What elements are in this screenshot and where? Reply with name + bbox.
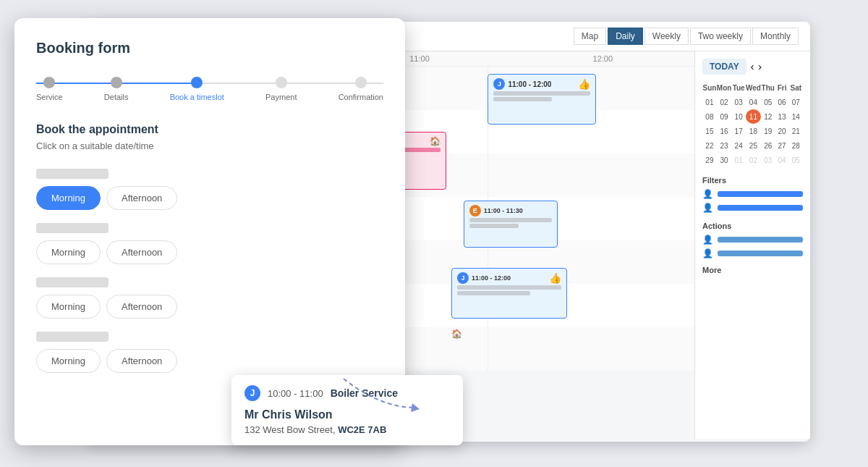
book-subheading: Click on a suitable date/time bbox=[36, 140, 383, 151]
date-row-1: Morning Afternoon bbox=[36, 169, 383, 210]
event-bar-5b bbox=[469, 224, 519, 228]
step-label-confirmation: Confirmation bbox=[339, 93, 383, 101]
event-card-6[interactable]: J 11:00 - 12:00 👍 bbox=[451, 268, 567, 319]
day-header-wed: Wed bbox=[746, 80, 761, 95]
event-avatar-6: J bbox=[457, 272, 469, 284]
day-header-thu: Thu bbox=[761, 80, 775, 95]
btn-group-4: Morning Afternoon bbox=[36, 349, 383, 373]
cal-day[interactable]: 29 bbox=[702, 153, 717, 167]
cal-day[interactable]: 27 bbox=[775, 138, 789, 153]
filters-label: Filters bbox=[702, 176, 803, 185]
cal-day[interactable]: 01 bbox=[702, 95, 717, 109]
afternoon-btn-4[interactable]: Afternoon bbox=[106, 349, 177, 373]
home-icon-row5: 🏠 bbox=[451, 329, 462, 339]
today-button[interactable]: TODAY bbox=[702, 59, 746, 75]
next-icon[interactable]: › bbox=[758, 61, 762, 72]
filter-row-1: 👤 bbox=[702, 189, 803, 199]
event-icon-2: 👍 bbox=[578, 78, 590, 90]
cal-day[interactable]: 10 bbox=[731, 109, 746, 124]
cal-day[interactable]: 03 bbox=[761, 153, 775, 167]
cal-day[interactable]: 28 bbox=[789, 138, 803, 153]
step-service: Service bbox=[36, 77, 63, 101]
tab-monthly[interactable]: Monthly bbox=[752, 28, 799, 45]
tooltip-address-line1: 132 West Bow Street, bbox=[244, 424, 336, 435]
progress-bar: Service Details Book a timeslot Payment … bbox=[36, 77, 383, 101]
cal-day[interactable]: 15 bbox=[702, 124, 717, 138]
cal-day-today[interactable]: 11 bbox=[746, 109, 761, 124]
event-card-5[interactable]: E 11:00 - 11:30 bbox=[464, 201, 558, 248]
cal-day[interactable]: 05 bbox=[789, 153, 803, 167]
cal-day[interactable]: 18 bbox=[746, 124, 761, 138]
cal-day[interactable]: 26 bbox=[761, 138, 775, 153]
day-header-sun: Sun bbox=[702, 80, 717, 95]
cal-day[interactable]: 04 bbox=[775, 153, 789, 167]
step-dot-service bbox=[43, 77, 55, 88]
cal-day[interactable]: 04 bbox=[746, 95, 761, 109]
action-bar-2 bbox=[718, 251, 803, 256]
afternoon-btn-1[interactable]: Afternoon bbox=[106, 186, 177, 210]
today-nav: TODAY ‹ › bbox=[702, 59, 803, 75]
tab-two-weekly[interactable]: Two weekly bbox=[690, 28, 751, 45]
home-icon-3: 🏠 bbox=[430, 136, 441, 146]
morning-btn-4[interactable]: Morning bbox=[36, 349, 101, 373]
event-avatar-5: E bbox=[469, 205, 481, 216]
cal-day[interactable]: 03 bbox=[731, 95, 746, 109]
morning-btn-1[interactable]: Morning bbox=[36, 186, 101, 210]
cal-day[interactable]: 16 bbox=[717, 124, 732, 138]
cal-day[interactable]: 20 bbox=[775, 124, 789, 138]
event-header-2: J 11:00 - 12:00 👍 bbox=[493, 78, 590, 90]
afternoon-btn-2[interactable]: Afternoon bbox=[106, 240, 177, 264]
cal-day[interactable]: 12 bbox=[761, 109, 775, 124]
step-dot-confirmation bbox=[355, 77, 367, 88]
cal-day[interactable]: 07 bbox=[789, 95, 803, 109]
view-tabs: Map Daily Weekly Two weekly Monthly bbox=[574, 28, 799, 45]
event-bar-6a bbox=[457, 285, 561, 290]
date-row-2: Morning Afternoon bbox=[36, 223, 383, 264]
cal-day[interactable]: 22 bbox=[702, 138, 717, 153]
cal-day[interactable]: 05 bbox=[761, 95, 775, 109]
day-header-tue: Tue bbox=[731, 80, 746, 95]
cal-day[interactable]: 30 bbox=[717, 153, 732, 167]
btn-group-3: Morning Afternoon bbox=[36, 295, 383, 319]
cal-day[interactable]: 06 bbox=[775, 95, 789, 109]
step-payment: Payment bbox=[265, 77, 297, 101]
cal-day[interactable]: 14 bbox=[789, 109, 803, 124]
event-header-5: E 11:00 - 11:30 bbox=[469, 205, 552, 216]
cal-day[interactable]: 24 bbox=[731, 138, 746, 153]
cal-day[interactable]: 19 bbox=[761, 124, 775, 138]
cal-day[interactable]: 17 bbox=[731, 124, 746, 138]
date-row-4: Morning Afternoon bbox=[36, 332, 383, 373]
actions-section: Actions 👤 👤 bbox=[702, 222, 803, 258]
person-icon-2: 👤 bbox=[702, 203, 713, 213]
afternoon-btn-3[interactable]: Afternoon bbox=[106, 295, 177, 319]
event-header-6: J 11:00 - 12:00 👍 bbox=[457, 272, 561, 284]
day-header-sat: Sat bbox=[789, 80, 803, 95]
prev-icon[interactable]: ‹ bbox=[751, 61, 754, 72]
cal-day[interactable]: 23 bbox=[717, 138, 732, 153]
morning-btn-2[interactable]: Morning bbox=[36, 240, 101, 264]
cal-day[interactable]: 01 bbox=[731, 153, 746, 167]
tab-weekly[interactable]: Weekly bbox=[644, 28, 689, 45]
book-heading: Book the appointment bbox=[36, 123, 383, 136]
event-time-6: 11:00 - 12:00 bbox=[472, 274, 511, 282]
cal-day[interactable]: 09 bbox=[717, 109, 732, 124]
btn-group-1: Morning Afternoon bbox=[36, 186, 383, 210]
event-card-2[interactable]: J 11:00 - 12:00 👍 bbox=[488, 74, 596, 125]
tab-daily[interactable]: Daily bbox=[608, 28, 643, 45]
event-bar-2a bbox=[493, 91, 590, 96]
cal-day[interactable]: 02 bbox=[746, 153, 761, 167]
cal-day[interactable]: 25 bbox=[746, 138, 761, 153]
event-icon-6: 👍 bbox=[549, 272, 561, 284]
tab-map[interactable]: Map bbox=[574, 28, 606, 45]
day-header-fri: Fri bbox=[775, 80, 789, 95]
step-label-timeslot: Book a timeslot bbox=[170, 93, 224, 101]
morning-btn-3[interactable]: Morning bbox=[36, 295, 101, 319]
cal-day[interactable]: 02 bbox=[717, 95, 732, 109]
cal-day[interactable]: 13 bbox=[775, 109, 789, 124]
filter-row-2: 👤 bbox=[702, 203, 803, 213]
svg-marker-0 bbox=[411, 403, 420, 412]
cal-day[interactable]: 08 bbox=[702, 109, 717, 124]
step-dot-details bbox=[111, 77, 122, 88]
cal-day[interactable]: 21 bbox=[789, 124, 803, 138]
actions-label: Actions bbox=[702, 222, 803, 230]
